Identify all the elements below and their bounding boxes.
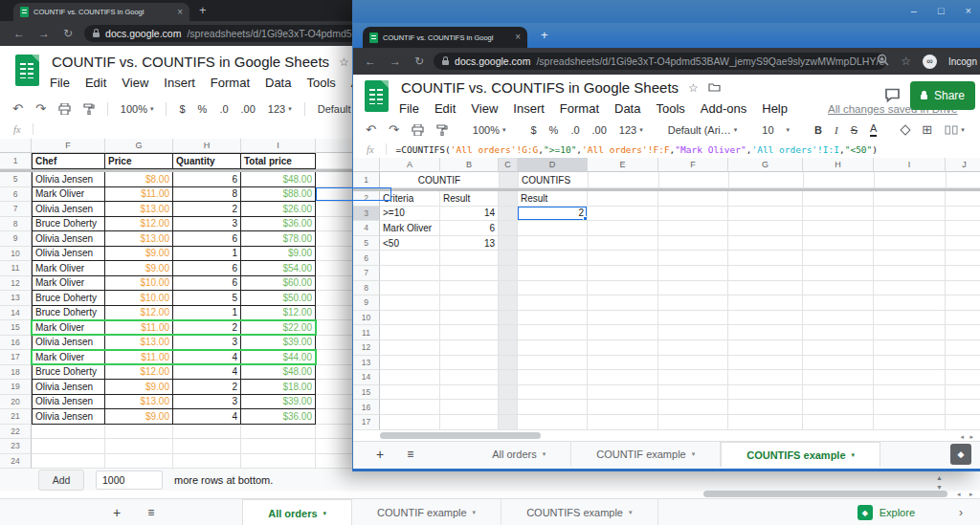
- column-header-J[interactable]: J: [946, 158, 980, 172]
- redo-icon[interactable]: ↷: [35, 102, 46, 115]
- cell-empty[interactable]: [499, 356, 518, 371]
- menu-edit[interactable]: Edit: [85, 76, 106, 90]
- cell-B3[interactable]: 14: [440, 207, 499, 222]
- cell-empty[interactable]: [380, 400, 440, 415]
- bookmark-star-icon[interactable]: ☆: [901, 55, 911, 68]
- cell-empty[interactable]: [728, 340, 803, 356]
- cell-chef[interactable]: Olivia Jensen: [32, 172, 105, 187]
- cell-empty[interactable]: [874, 370, 946, 385]
- row-header[interactable]: 8: [0, 217, 32, 232]
- sheet-tab-all-orders[interactable]: All orders▾: [467, 442, 571, 467]
- column-header-F[interactable]: F: [658, 158, 728, 172]
- cell-total[interactable]: $12.00: [241, 306, 316, 321]
- chevron-down-icon[interactable]: ▾: [692, 450, 696, 458]
- row-header[interactable]: 4: [353, 221, 380, 236]
- cell-empty[interactable]: [803, 400, 874, 415]
- row-header[interactable]: 15: [0, 320, 32, 336]
- front-horizontal-scrollbar[interactable]: ◂ ▸: [353, 432, 980, 439]
- cell-empty[interactable]: [518, 295, 588, 311]
- menu-view[interactable]: View: [122, 76, 148, 90]
- cell-total[interactable]: $36.00: [241, 409, 316, 425]
- cell-empty[interactable]: [499, 207, 518, 222]
- cell-empty[interactable]: [518, 236, 588, 252]
- cell-total[interactable]: $48.00: [241, 172, 316, 187]
- cell-empty[interactable]: [728, 356, 803, 371]
- cell-empty[interactable]: [658, 207, 728, 222]
- cell-empty[interactable]: [658, 221, 728, 236]
- format-percent-button[interactable]: %: [198, 103, 208, 115]
- cell-empty[interactable]: [499, 385, 518, 401]
- row-header[interactable]: 15: [353, 385, 380, 401]
- cell-empty[interactable]: [105, 454, 173, 470]
- share-button[interactable]: Share: [910, 81, 975, 110]
- cell-empty[interactable]: [875, 172, 947, 188]
- cell-empty[interactable]: [588, 340, 658, 356]
- cell-empty[interactable]: [946, 400, 980, 415]
- cell-empty[interactable]: [440, 415, 499, 430]
- cell-empty[interactable]: [440, 266, 499, 281]
- cell-empty[interactable]: [518, 325, 588, 340]
- cell-empty[interactable]: [946, 207, 980, 222]
- cell-empty[interactable]: [499, 295, 518, 311]
- cell-A3[interactable]: >=10: [380, 207, 440, 222]
- menu-edit[interactable]: Edit: [434, 101, 456, 116]
- undo-icon[interactable]: ↶: [366, 123, 376, 136]
- cell-empty[interactable]: [728, 370, 803, 385]
- cell-empty[interactable]: [946, 281, 980, 296]
- menu-file[interactable]: File: [50, 76, 70, 90]
- cell-empty[interactable]: [803, 236, 874, 252]
- cell-empty[interactable]: [728, 191, 803, 207]
- cell-quantity[interactable]: 4: [173, 365, 241, 381]
- cell-empty[interactable]: [803, 340, 874, 356]
- cell-empty[interactable]: [518, 370, 588, 385]
- sheets-logo-icon[interactable]: [15, 55, 39, 86]
- cell-price[interactable]: $11.00: [105, 320, 173, 336]
- cell-price[interactable]: $9.00: [105, 409, 173, 425]
- chevron-down-icon[interactable]: ▾: [473, 509, 477, 516]
- cell-empty[interactable]: [588, 400, 658, 415]
- explore-button[interactable]: ◆ Explore: [858, 505, 915, 520]
- cell-empty[interactable]: [173, 454, 241, 470]
- column-header-H[interactable]: H: [173, 139, 241, 153]
- cell-chef[interactable]: Olivia Jensen: [32, 202, 105, 217]
- reload-icon[interactable]: ↻: [63, 27, 73, 40]
- decrease-decimal-button[interactable]: .0: [219, 103, 228, 115]
- cell-price[interactable]: $10.00: [105, 276, 173, 292]
- cell-empty[interactable]: [658, 385, 728, 401]
- cell-total[interactable]: $9.00: [241, 247, 316, 262]
- document-title[interactable]: COUNTIF vs. COUNTIFS in Google Sheets: [52, 54, 329, 70]
- cell-empty[interactable]: [803, 325, 874, 340]
- cell-empty[interactable]: [588, 370, 658, 385]
- strikethrough-button[interactable]: S: [851, 124, 858, 136]
- add-rows-input[interactable]: [96, 470, 163, 490]
- undo-icon[interactable]: ↶: [12, 102, 23, 115]
- cell-total[interactable]: $50.00: [241, 291, 316, 306]
- cell-empty[interactable]: [499, 415, 518, 430]
- cell-empty[interactable]: [518, 311, 588, 326]
- cell-empty[interactable]: [241, 439, 316, 454]
- cell-empty[interactable]: [588, 385, 658, 401]
- cell-empty[interactable]: [874, 191, 946, 207]
- more-formats-button[interactable]: 123▾: [268, 103, 292, 115]
- row-header[interactable]: 10: [0, 247, 32, 262]
- format-percent-button[interactable]: %: [549, 124, 559, 136]
- cell-empty[interactable]: [588, 221, 658, 236]
- row-header[interactable]: 24: [0, 454, 32, 470]
- cell-quantity[interactable]: 2: [173, 202, 241, 217]
- menu-help[interactable]: Help: [762, 101, 788, 116]
- all-sheets-icon[interactable]: ≡: [407, 448, 413, 461]
- cell-empty[interactable]: [874, 251, 946, 266]
- cell-empty[interactable]: [588, 311, 658, 326]
- cell-empty[interactable]: [380, 385, 440, 401]
- cell-quantity[interactable]: 2: [173, 320, 241, 336]
- cell-empty[interactable]: [803, 311, 874, 326]
- cell-chef[interactable]: Bruce Doherty: [32, 365, 105, 381]
- sheet-tab-countif-example[interactable]: COUNTIF example▾: [571, 442, 721, 467]
- row-header[interactable]: 13: [0, 291, 32, 306]
- menu-add-ons[interactable]: Add-ons: [701, 101, 746, 116]
- row-header[interactable]: 12: [353, 340, 380, 356]
- menu-tools[interactable]: Tools: [656, 101, 684, 116]
- cell-empty[interactable]: [588, 207, 658, 222]
- cell-empty[interactable]: [728, 385, 803, 401]
- italic-button[interactable]: I: [835, 124, 838, 136]
